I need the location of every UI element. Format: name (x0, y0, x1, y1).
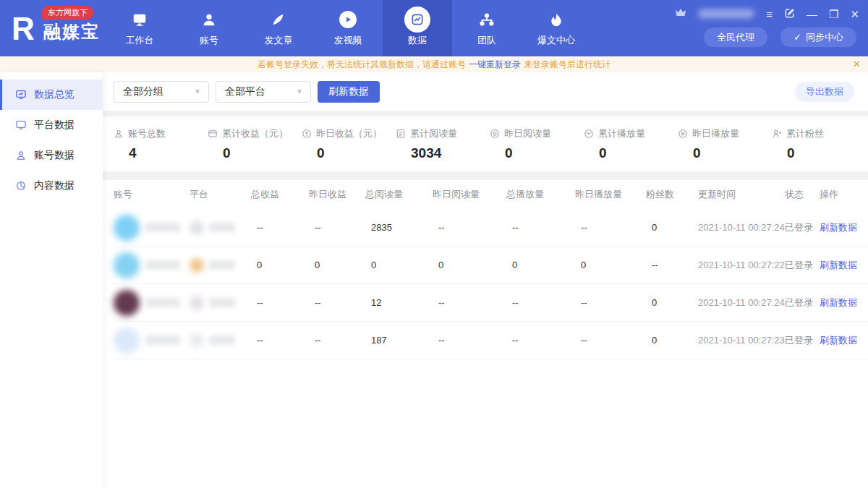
cell-total-reads: 187 (365, 335, 433, 346)
cell-status: 已登录 (785, 334, 820, 347)
nav-item-accounts[interactable]: 账号 (174, 0, 244, 56)
cell-total-revenue: -- (251, 222, 309, 233)
export-data-button[interactable]: 导出数据 (795, 82, 854, 102)
cell-total-revenue: -- (251, 335, 309, 346)
minimize-icon[interactable]: — (807, 9, 817, 20)
platform-name-blurred (209, 298, 235, 307)
stat-total-fans: 累计粉丝 0 (772, 127, 866, 161)
sidebar-item-account-data[interactable]: 账号数据 (0, 140, 103, 171)
content-data-icon (15, 180, 27, 192)
top-header: R 东方网旗下 融媒宝 工作台 账号 发文章 (0, 0, 868, 56)
sidebar-item-content-data[interactable]: 内容数据 (0, 171, 103, 201)
stat-total-reads: 累计阅读量 3034 (396, 127, 490, 161)
cell-yesterday-reads: 0 (433, 260, 506, 270)
stat-value: 0 (317, 145, 396, 161)
sidebar-item-label: 账号数据 (34, 149, 75, 162)
titlebar-right: ≡ — ❐ ✕ (675, 7, 859, 20)
stat-value: 0 (223, 145, 302, 161)
platform-icon (190, 296, 204, 310)
nav-item-data[interactable]: 数据 (383, 0, 452, 56)
sidebar-item-label: 内容数据 (34, 179, 75, 192)
eye-circle-icon (490, 129, 500, 139)
account-name-blurred (145, 298, 180, 307)
publish-article-icon (271, 10, 286, 29)
cell-total-revenue: -- (251, 297, 309, 308)
row-refresh-link[interactable]: 刷新数据 (820, 334, 863, 347)
col-header: 总播放量 (506, 188, 575, 201)
nav-label: 爆文中心 (537, 34, 575, 47)
col-header: 粉丝数 (646, 188, 698, 201)
publish-video-icon (339, 10, 357, 29)
maximize-icon[interactable]: ❐ (829, 9, 838, 20)
sidebar-item-label: 数据总览 (34, 88, 75, 101)
group-select[interactable]: 全部分组▼ (114, 81, 209, 103)
brand-badge: 东方网旗下 (42, 6, 93, 20)
cell-fans: 0 (646, 222, 698, 233)
cell-total-plays: -- (506, 297, 575, 308)
stat-total-plays: 累计播放量 0 (584, 127, 678, 161)
stat-value: 0 (787, 145, 866, 161)
sync-center-button[interactable]: ✓同步中心 (780, 27, 856, 47)
nav-label: 团队 (477, 34, 496, 47)
account-icon (201, 10, 217, 29)
platform-icon (190, 258, 204, 273)
banner-close-icon[interactable]: ✕ (853, 59, 861, 69)
col-header: 总阅读量 (365, 188, 433, 201)
table-row: -- -- 2835 -- -- -- 0 2021-10-11 00:27:2… (114, 209, 868, 247)
row-refresh-link[interactable]: 刷新数据 (820, 221, 863, 234)
nav-item-hot-articles[interactable]: 爆文中心 (522, 0, 591, 56)
sidebar-item-platform-data[interactable]: 平台数据 (0, 110, 103, 140)
cell-status: 已登录 (785, 221, 820, 234)
nav-item-publish-article[interactable]: 发文章 (244, 0, 313, 56)
table-row: -- -- 12 -- -- -- 0 2021-10-11 00:27:24 … (114, 284, 868, 322)
cell-updated: 2021-10-11 00:27:22 (698, 260, 785, 270)
wallet-icon (208, 129, 218, 139)
nav-item-team[interactable]: 团队 (452, 0, 522, 56)
col-header: 昨日阅读量 (433, 188, 506, 201)
nav-item-workbench[interactable]: 工作台 (105, 0, 174, 56)
col-header: 更新时间 (698, 188, 785, 201)
nav-item-publish-video[interactable]: 发视频 (313, 0, 383, 56)
nav-label: 工作台 (126, 34, 154, 47)
main-nav: 工作台 账号 发文章 发视频 (105, 0, 591, 56)
cell-updated: 2021-10-11 00:27:23 (698, 335, 785, 346)
col-header: 昨日播放量 (575, 188, 646, 201)
cell-total-revenue: 0 (251, 260, 309, 270)
cell-yesterday-revenue: -- (309, 297, 365, 308)
relogin-link[interactable]: 一键重新登录 (469, 59, 521, 71)
cell-yesterday-reads: -- (433, 222, 506, 233)
menu-icon[interactable]: ≡ (766, 9, 773, 20)
close-icon[interactable]: ✕ (850, 9, 859, 20)
feedback-edit-icon[interactable] (784, 8, 795, 20)
account-name-blurred (145, 335, 180, 345)
platform-select[interactable]: 全部平台▼ (216, 81, 311, 103)
warning-text-prefix: 若账号登录失效，将无法统计其最新数据，请通过账号 (258, 59, 466, 71)
platform-icon (190, 333, 204, 348)
row-refresh-link[interactable]: 刷新数据 (820, 296, 863, 309)
nav-label: 账号 (200, 34, 218, 47)
brand-name: 融媒宝 (43, 20, 100, 43)
row-refresh-link[interactable]: 刷新数据 (820, 259, 863, 272)
col-header: 状态 (785, 188, 820, 201)
refresh-data-button[interactable]: 刷新数据 (318, 81, 380, 103)
warning-text-suffix: 来登录账号后进行统计 (524, 59, 610, 71)
cell-fans: 0 (646, 335, 698, 346)
username-blurred (698, 9, 754, 18)
cell-fans: -- (646, 260, 698, 270)
platform-name-blurred (209, 223, 235, 232)
cell-total-plays: 0 (506, 260, 575, 270)
avatar (114, 290, 140, 316)
cell-total-plays: -- (506, 222, 575, 233)
platform-name-blurred (209, 335, 235, 345)
sidebar-item-data-overview[interactable]: 数据总览 (0, 80, 103, 110)
nav-label: 数据 (408, 34, 427, 47)
table-header-row: 账号 平台 总收益 昨日收益 总阅读量 昨日阅读量 总播放量 昨日播放量 粉丝数… (114, 180, 868, 209)
col-header: 账号 (114, 188, 190, 201)
avatar (114, 328, 140, 354)
brand-logo: R 东方网旗下 融媒宝 (12, 7, 120, 51)
workbench-icon (132, 10, 148, 29)
avatar (114, 215, 140, 241)
col-header: 昨日收益 (309, 188, 365, 201)
stat-yesterday-revenue: 昨日收益（元） 0 (302, 127, 396, 161)
agent-button[interactable]: 全民代理 (704, 27, 767, 47)
